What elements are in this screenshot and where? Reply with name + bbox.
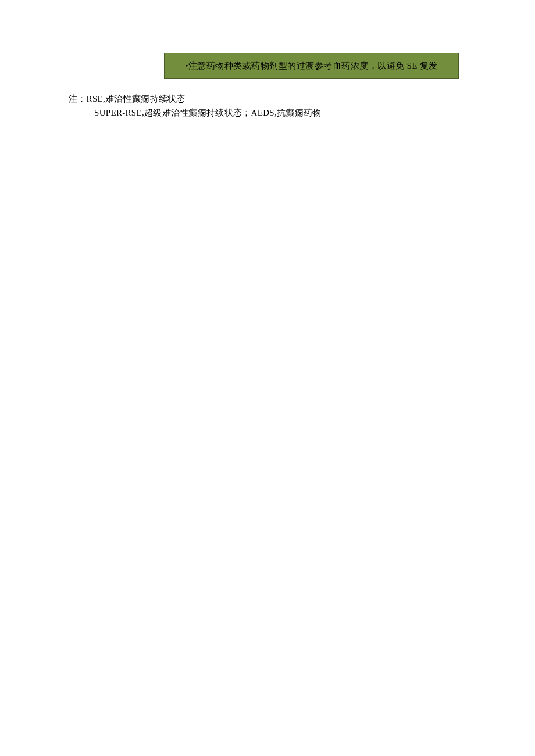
- footnote-line-2: SUPER-RSE,超级难治性癫痫持续状态；AEDS,抗癫痫药物: [69, 106, 321, 120]
- callout-text: •注意药物种类或药物剂型的过渡参考血药浓度，以避免 SE 复发: [185, 60, 438, 71]
- document-page: •注意药物种类或药物剂型的过渡参考血药浓度，以避免 SE 复发 注：RSE,难治…: [0, 0, 535, 756]
- callout-box: •注意药物种类或药物剂型的过渡参考血药浓度，以避免 SE 复发: [164, 53, 459, 79]
- footnote-block: 注：RSE,难治性癫痫持续状态 SUPER-RSE,超级难治性癫痫持续状态；AE…: [69, 92, 321, 120]
- footnote-line-1: 注：RSE,难治性癫痫持续状态: [69, 92, 321, 106]
